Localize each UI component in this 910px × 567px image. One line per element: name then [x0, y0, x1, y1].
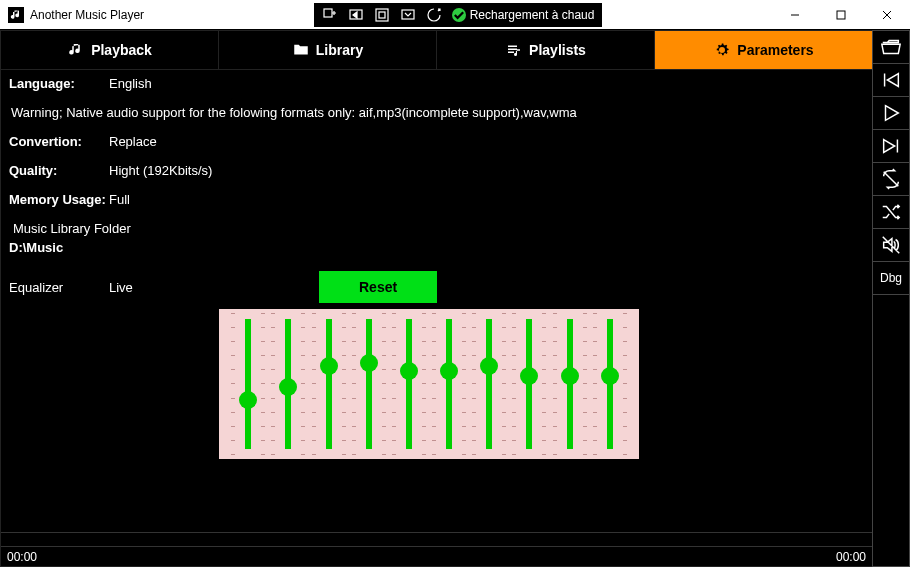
- tab-playlists[interactable]: Playlists: [436, 31, 654, 69]
- folder-value[interactable]: D:\Music: [9, 240, 864, 255]
- eq-band[interactable]: [553, 313, 587, 455]
- eq-thumb[interactable]: [440, 362, 458, 380]
- parameters-panel: Language: English Warning; Native audio …: [1, 69, 872, 532]
- memory-label: Memory Usage:: [9, 192, 109, 207]
- main-tabs: Playback Library Playlists Parameters: [1, 31, 872, 69]
- format-warning: Warning; Native audio support for the fo…: [9, 105, 864, 120]
- memory-value[interactable]: Full: [109, 192, 130, 207]
- svg-rect-3: [379, 12, 385, 18]
- folder-label: Music Library Folder: [9, 221, 864, 236]
- open-folder-button[interactable]: [873, 31, 909, 64]
- eq-thumb[interactable]: [601, 367, 619, 385]
- eq-band[interactable]: [512, 313, 546, 455]
- dev-toolbar: Rechargement à chaud: [314, 3, 603, 27]
- playlist-icon: [505, 41, 523, 59]
- music-note-icon: [67, 41, 85, 59]
- svg-rect-2: [376, 9, 388, 21]
- svg-rect-0: [324, 9, 332, 17]
- repeat-icon: [880, 168, 902, 190]
- sidebar: Dbg: [872, 30, 910, 567]
- status-bar: 00:00 00:00: [1, 546, 872, 566]
- eq-band[interactable]: [312, 313, 346, 455]
- reset-button[interactable]: Reset: [319, 271, 437, 303]
- eq-thumb[interactable]: [360, 354, 378, 372]
- conversion-label: Convertion:: [9, 134, 109, 149]
- play-icon: [880, 102, 902, 124]
- volume-off-icon: [880, 234, 902, 256]
- conversion-value[interactable]: Replace: [109, 134, 157, 149]
- hot-reload-label: Rechargement à chaud: [470, 8, 595, 22]
- eq-thumb[interactable]: [400, 362, 418, 380]
- folder-icon: [292, 41, 310, 59]
- eq-band[interactable]: [472, 313, 506, 455]
- svg-rect-4: [402, 10, 414, 19]
- eq-thumb[interactable]: [480, 357, 498, 375]
- shuffle-button[interactable]: [873, 196, 909, 229]
- eq-band[interactable]: [593, 313, 627, 455]
- shuffle-icon: [880, 201, 902, 223]
- tab-playback[interactable]: Playback: [1, 31, 218, 69]
- tab-label: Library: [316, 42, 363, 58]
- repeat-button[interactable]: [873, 163, 909, 196]
- play-button[interactable]: [873, 97, 909, 130]
- next-icon: [880, 135, 902, 157]
- eq-thumb[interactable]: [561, 367, 579, 385]
- gear-icon: [713, 41, 731, 59]
- app-icon: [8, 7, 24, 23]
- tab-library[interactable]: Library: [218, 31, 436, 69]
- devtool-icon[interactable]: [374, 7, 390, 23]
- devtool-icon[interactable]: [400, 7, 416, 23]
- devtool-icon[interactable]: [348, 7, 364, 23]
- eq-band[interactable]: [271, 313, 305, 455]
- folder-open-icon: [880, 36, 902, 58]
- app-title: Another Music Player: [30, 8, 144, 22]
- close-button[interactable]: [864, 0, 910, 30]
- minimize-button[interactable]: [772, 0, 818, 30]
- maximize-button[interactable]: [818, 0, 864, 30]
- eq-band[interactable]: [392, 313, 426, 455]
- eq-thumb[interactable]: [320, 357, 338, 375]
- previous-icon: [880, 69, 902, 91]
- language-value[interactable]: English: [109, 76, 152, 91]
- eq-thumb[interactable]: [520, 367, 538, 385]
- hot-reload[interactable]: Rechargement à chaud: [452, 8, 595, 22]
- tab-label: Playlists: [529, 42, 586, 58]
- equalizer-label: Equalizer: [9, 280, 109, 295]
- mute-button[interactable]: [873, 229, 909, 262]
- equalizer-sliders: [219, 309, 639, 459]
- language-label: Language:: [9, 76, 109, 91]
- eq-band[interactable]: [432, 313, 466, 455]
- devtool-icon[interactable]: [322, 7, 338, 23]
- devtool-icon[interactable]: [426, 7, 442, 23]
- eq-band[interactable]: [352, 313, 386, 455]
- time-total: 00:00: [836, 550, 866, 564]
- tab-label: Playback: [91, 42, 152, 58]
- next-button[interactable]: [873, 130, 909, 163]
- time-elapsed: 00:00: [7, 550, 37, 564]
- titlebar: Another Music Player Rechargement à chau…: [0, 0, 910, 30]
- debug-button[interactable]: Dbg: [873, 262, 909, 295]
- quality-label: Quality:: [9, 163, 109, 178]
- eq-thumb[interactable]: [279, 378, 297, 396]
- quality-value[interactable]: Hight (192Kbits/s): [109, 163, 212, 178]
- eq-thumb[interactable]: [239, 391, 257, 409]
- tab-label: Parameters: [737, 42, 813, 58]
- previous-button[interactable]: [873, 64, 909, 97]
- eq-band[interactable]: [231, 313, 265, 455]
- svg-rect-5: [837, 11, 845, 19]
- check-icon: [452, 8, 466, 22]
- tab-parameters[interactable]: Parameters: [654, 31, 872, 69]
- equalizer-preset[interactable]: Live: [109, 280, 209, 295]
